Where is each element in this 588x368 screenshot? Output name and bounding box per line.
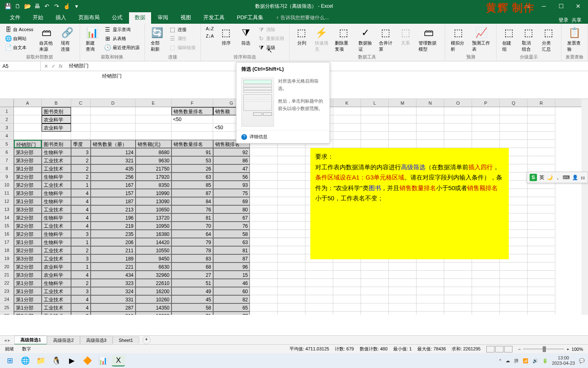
cell-G18[interactable]: 81 — [213, 246, 250, 254]
cell-C21[interactable]: 4 — [71, 271, 91, 279]
cell-F5[interactable]: 销售数量排名 — [172, 140, 213, 148]
cell-N3[interactable] — [416, 123, 444, 132]
cell-H19[interactable] — [250, 254, 278, 263]
row-header-21[interactable]: 21 — [0, 271, 13, 279]
cell-E6[interactable]: 8680 — [136, 148, 172, 156]
cell-R21[interactable] — [528, 271, 555, 279]
cell-L22[interactable] — [361, 279, 389, 287]
cell-B18[interactable]: 工业技术 — [42, 246, 71, 254]
remove-dup-button[interactable]: ⬚删除重复项 — [332, 25, 354, 53]
cell-B17[interactable]: 生物科学 — [42, 238, 71, 246]
cell-F3[interactable] — [172, 123, 213, 132]
share-button[interactable]: 共享 — [572, 17, 581, 24]
cell-O24[interactable] — [444, 295, 472, 303]
cell-A25[interactable]: 第1分部 — [14, 303, 42, 312]
maximize-icon[interactable]: ☐ — [553, 0, 569, 12]
col-header-N[interactable]: N — [416, 99, 444, 107]
cell-M4[interactable] — [389, 132, 416, 140]
cell-D2[interactable] — [91, 115, 136, 123]
cell-B22[interactable]: 生物科学 — [42, 279, 71, 287]
cell-I11[interactable] — [278, 189, 305, 197]
row-header-13[interactable]: 13 — [0, 205, 13, 213]
cell-C17[interactable]: 1 — [71, 238, 91, 246]
taskbar-clock[interactable]: 13:00 2023-04-23 — [552, 355, 575, 366]
row-header-4[interactable]: 4 — [0, 132, 13, 140]
row-header-9[interactable]: 9 — [0, 173, 13, 181]
cell-Q1[interactable] — [500, 107, 528, 115]
cell-H11[interactable] — [250, 189, 278, 197]
cell-E21[interactable]: 32960 — [136, 271, 172, 279]
cell-Q4[interactable] — [500, 132, 528, 140]
cell-B26[interactable]: 工业技术 — [42, 312, 71, 315]
cell-R23[interactable] — [528, 287, 555, 295]
confirm-formula-icon[interactable]: ✓ — [51, 63, 56, 69]
cell-B12[interactable]: 生物科学 — [42, 197, 71, 205]
cell-M21[interactable] — [389, 271, 416, 279]
cell-K5[interactable] — [333, 140, 361, 148]
cell-D26[interactable]: 218 — [91, 312, 136, 315]
cell-B20[interactable]: 农业科学 — [42, 263, 71, 271]
cell-L1[interactable] — [361, 107, 389, 115]
cell-J22[interactable] — [305, 279, 333, 287]
cell-A13[interactable]: 第3分部 — [14, 205, 42, 213]
ime-menu-icon[interactable]: ⚏ — [581, 175, 585, 180]
cell-D17[interactable]: 206 — [91, 238, 136, 246]
tray-onedrive-icon[interactable]: ☁ — [506, 358, 510, 364]
tab-insert[interactable]: 插入 — [50, 11, 72, 24]
ime-moon-icon[interactable]: 🌙 — [547, 175, 553, 180]
cell-M26[interactable] — [389, 312, 416, 315]
col-header-A[interactable]: A — [14, 99, 42, 107]
cell-A4[interactable] — [14, 132, 42, 140]
col-header-E[interactable]: E — [136, 99, 172, 107]
cell-A17[interactable]: 第1分部 — [14, 238, 42, 246]
cell-C2[interactable] — [71, 115, 91, 123]
cell-M2[interactable] — [389, 115, 416, 123]
tell-me-search[interactable]: ♀ 告诉我您想要做什么... — [270, 12, 334, 24]
cell-H14[interactable] — [250, 213, 278, 222]
tab-data[interactable]: 数据 — [129, 11, 151, 24]
cell-C25[interactable]: 4 — [71, 303, 91, 312]
col-header-B[interactable]: B — [42, 99, 71, 107]
cell-I23[interactable] — [278, 287, 305, 295]
cell-R7[interactable] — [528, 156, 555, 164]
cell-F16[interactable]: 64 — [172, 230, 213, 238]
cell-E10[interactable]: 8350 — [136, 181, 172, 189]
cell-L23[interactable] — [361, 287, 389, 295]
sort-asc-button[interactable]: A↓Z — [204, 25, 216, 32]
cell-H9[interactable] — [250, 173, 278, 181]
cell-A8[interactable]: 第1分部 — [14, 164, 42, 173]
cell-C18[interactable]: 2 — [71, 246, 91, 254]
text-to-columns-button[interactable]: ⬚分列 — [293, 25, 311, 47]
minimize-icon[interactable]: ─ — [536, 0, 552, 12]
cell-D14[interactable]: 196 — [91, 213, 136, 222]
cell-F8[interactable]: 26 — [172, 164, 213, 173]
cell-R24[interactable] — [528, 295, 555, 303]
cell-A12[interactable]: 第1分部 — [14, 197, 42, 205]
cell-I22[interactable] — [278, 279, 305, 287]
properties-button[interactable]: ☰属性 — [168, 34, 197, 43]
cell-I18[interactable] — [278, 246, 305, 254]
cell-C6[interactable]: 3 — [71, 148, 91, 156]
advanced-filter-button[interactable]: ⧩高级 — [256, 43, 286, 52]
cell-C12[interactable]: 4 — [71, 197, 91, 205]
cell-A10[interactable]: 第2分部 — [14, 181, 42, 189]
cell-H16[interactable] — [250, 230, 278, 238]
cell-E13[interactable]: 10650 — [136, 205, 172, 213]
tab-review[interactable]: 审阅 — [152, 11, 174, 24]
data-validation-button[interactable]: ✓数据验证 — [356, 25, 375, 53]
cell-R5[interactable] — [528, 140, 555, 148]
cell-H24[interactable] — [250, 295, 278, 303]
cell-P5[interactable] — [472, 140, 500, 148]
cell-P1[interactable] — [472, 107, 500, 115]
cell-Q20[interactable] — [500, 263, 528, 271]
cell-N24[interactable] — [416, 295, 444, 303]
cell-G9[interactable]: 56 — [213, 173, 250, 181]
media-icon[interactable]: ▶ — [65, 355, 78, 366]
col-header-R[interactable]: R — [528, 99, 555, 107]
tab-formulas[interactable]: 公式 — [106, 11, 128, 24]
zoom-slider[interactable] — [523, 348, 564, 350]
ime-lang[interactable]: 英 — [539, 174, 544, 181]
cell-F20[interactable]: 68 — [172, 263, 213, 271]
cell-J24[interactable] — [305, 295, 333, 303]
close-icon[interactable]: ✕ — [570, 0, 586, 12]
